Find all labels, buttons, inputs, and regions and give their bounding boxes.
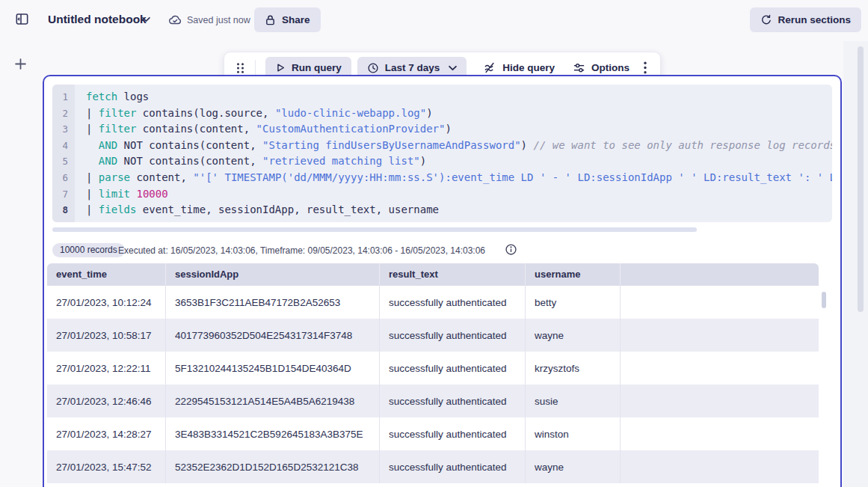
lock-icon — [265, 14, 276, 26]
table-cell: 27/01/2023, 10:58:17 — [47, 319, 166, 352]
code-line[interactable]: 7| limit 10000 — [52, 186, 832, 203]
table-cell: 5F13210244135245B1D154DE40364D — [166, 352, 380, 385]
column-header[interactable]: sessionIdApp — [166, 263, 380, 286]
table-cell: 52352E2362D1D152D165D2532121C38 — [166, 450, 380, 483]
page-scrollbar-track — [843, 41, 868, 487]
column-header[interactable]: username — [526, 263, 621, 286]
plus-icon — [14, 58, 27, 70]
table-header: event_timesessionIdAppresult_textusernam… — [47, 263, 819, 286]
table-cell: successfully authenticated — [380, 417, 526, 450]
code-line[interactable]: 4 AND NOT contains(content, "Starting fi… — [52, 138, 832, 154]
top-bar: Untitled notebook Saved just now Share R… — [0, 0, 868, 40]
saved-status: Saved just now — [187, 15, 250, 25]
info-button[interactable] — [505, 244, 517, 255]
table-cell: susie — [526, 385, 621, 417]
table-cell-empty — [621, 385, 819, 417]
notebook-title[interactable]: Untitled notebook — [48, 13, 147, 26]
table-row[interactable]: 27/01/2023, 10:12:243653B1F3C211AEB47172… — [47, 286, 819, 319]
table-cell: winston — [526, 417, 621, 450]
results-table: event_timesessionIdAppresult_textusernam… — [47, 263, 819, 483]
table-cell: 27/01/2023, 10:12:24 — [47, 286, 166, 319]
line-number: 2 — [52, 105, 75, 122]
chevron-down-icon — [449, 65, 457, 71]
code-line[interactable]: 3| filter contains(content, "CustomAuthe… — [52, 121, 832, 138]
line-number: 3 — [52, 121, 75, 138]
code-lines: 1fetch logs2| filter contains(log.source… — [52, 89, 832, 218]
column-header[interactable]: event_time — [47, 263, 166, 286]
table-cell: 3E483B3314521C2B592645183A3B375E — [166, 417, 380, 450]
play-icon — [275, 62, 286, 73]
line-number: 1 — [52, 89, 75, 105]
query-editor[interactable]: 1fetch logs2| filter contains(log.source… — [52, 85, 832, 222]
info-circle-icon — [505, 244, 517, 255]
table-cell: 27/01/2023, 12:46:46 — [47, 385, 166, 417]
table-cell: 401773960352D504E254317314F3748 — [166, 319, 380, 352]
table-body: 27/01/2023, 10:12:243653B1F3C211AEB47172… — [47, 286, 819, 483]
table-cell-empty — [621, 352, 819, 385]
grip-dots-icon — [236, 62, 245, 74]
editor-horizontal-scrollbar[interactable] — [52, 227, 697, 232]
column-header[interactable]: result_text — [380, 263, 526, 286]
code-line[interactable]: 1fetch logs — [52, 89, 832, 105]
table-row[interactable]: 27/01/2023, 15:47:5252352E2362D1D152D165… — [47, 450, 819, 483]
rerun-sections-button[interactable]: Rerun sections — [750, 7, 861, 32]
code-line[interactable]: 5 AND NOT contains(content, "retrieved m… — [52, 153, 832, 170]
more-options-button[interactable] — [641, 61, 649, 74]
code-line[interactable]: 6| parse content, "'[' TIMESTAMP('dd/MMM… — [52, 170, 832, 186]
table-cell: successfully authenticated — [380, 286, 526, 319]
drag-handle[interactable] — [236, 62, 245, 74]
table-cell: wayne — [526, 319, 621, 352]
line-number: 8 — [52, 202, 75, 218]
title-chevron-down-icon[interactable] — [142, 16, 150, 22]
table-cell: successfully authenticated — [380, 352, 526, 385]
table-vertical-scrollbar[interactable] — [822, 292, 826, 308]
table-row[interactable]: 27/01/2023, 14:28:273E483B3314521C2B5926… — [47, 417, 819, 450]
records-count-badge: 10000 records — [52, 243, 125, 257]
table-cell: betty — [526, 286, 621, 319]
line-number: 7 — [52, 186, 75, 203]
hide-query-label: Hide query — [502, 62, 555, 73]
table-cell: successfully authenticated — [380, 385, 526, 417]
column-header[interactable] — [621, 263, 819, 286]
add-section-button[interactable] — [14, 58, 27, 70]
table-cell: 27/01/2023, 12:22:11 — [47, 352, 166, 385]
hide-query-icon — [483, 61, 496, 74]
options-label: Options — [591, 62, 630, 73]
rerun-label: Rerun sections — [778, 14, 851, 25]
line-number: 5 — [52, 153, 75, 170]
table-cell: successfully authenticated — [380, 450, 526, 483]
line-number: 6 — [52, 170, 75, 186]
cloud-saved-icon — [168, 13, 182, 26]
table-cell-empty — [621, 417, 819, 450]
kebab-vertical-icon — [644, 61, 647, 74]
table-cell: 27/01/2023, 14:28:27 — [47, 417, 166, 450]
code-line[interactable]: 2| filter contains(log.source, "ludo-cli… — [52, 105, 832, 122]
table-cell-empty — [621, 450, 819, 483]
table-cell: 2229545153121A514E5A4B5A6219438 — [166, 385, 380, 417]
notebook-section-card: 1fetch logs2| filter contains(log.source… — [43, 75, 842, 487]
execution-info-text: Executed at: 16/05/2023, 14:03:06, Timef… — [118, 245, 485, 256]
run-query-label: Run query — [292, 62, 342, 73]
sidebar-toggle-button[interactable] — [15, 12, 29, 26]
table-cell-empty — [621, 286, 819, 319]
timeframe-label: Last 7 days — [385, 62, 440, 73]
table-row[interactable]: 27/01/2023, 12:46:462229545153121A514E5A… — [47, 385, 819, 417]
clock-icon — [367, 62, 379, 74]
share-button[interactable]: Share — [254, 7, 321, 32]
table-cell: krzysztofs — [526, 352, 621, 385]
table-cell: 3653B1F3C211AEB47172B2A52653 — [166, 286, 380, 319]
line-number: 4 — [52, 138, 75, 154]
table-row[interactable]: 27/01/2023, 10:58:17401773960352D504E254… — [47, 319, 819, 352]
sliders-icon — [573, 61, 585, 74]
table-cell: successfully authenticated — [380, 319, 526, 352]
refresh-icon — [760, 14, 772, 25]
table-cell: wayne — [526, 450, 621, 483]
table-cell-empty — [621, 319, 819, 352]
toolbar-divider — [255, 60, 256, 76]
table-cell: 27/01/2023, 15:47:52 — [47, 450, 166, 483]
code-line[interactable]: 8| fields event_time, sessionIdApp, resu… — [52, 202, 832, 218]
page-scrollbar-thumb[interactable] — [858, 46, 864, 312]
panel-left-icon — [15, 12, 29, 26]
share-label: Share — [282, 14, 310, 25]
table-row[interactable]: 27/01/2023, 12:22:115F13210244135245B1D1… — [47, 352, 819, 385]
